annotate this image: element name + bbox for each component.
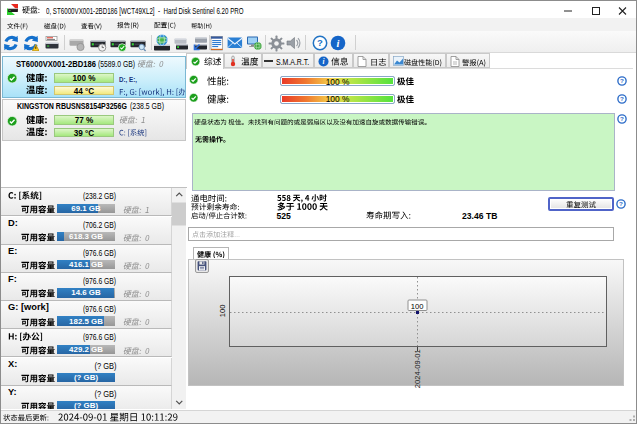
svg-text:?: ? [620, 77, 624, 84]
svg-text:i: i [322, 57, 324, 65]
svg-text:?: ? [619, 200, 623, 207]
svg-text:?: ? [317, 37, 323, 48]
svg-text:i: i [337, 38, 340, 49]
svg-text:?: ? [620, 95, 624, 102]
svg-text:?: ? [620, 115, 624, 122]
